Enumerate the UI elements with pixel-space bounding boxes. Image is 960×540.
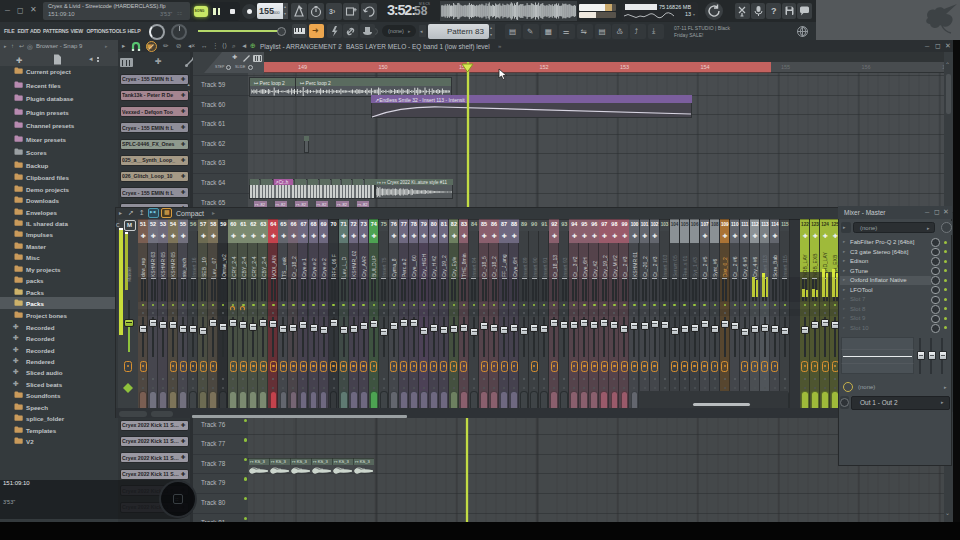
svg-text:?: ? — [771, 6, 777, 16]
svg-text:3›: 3› — [329, 8, 336, 15]
